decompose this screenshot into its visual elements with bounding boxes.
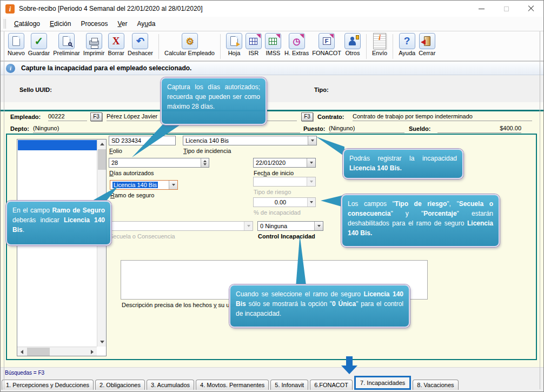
maximize-button[interactable]	[494, 1, 519, 17]
depto-label: Depto:	[10, 125, 29, 132]
toolbar-label: Calcular Empleado	[164, 50, 215, 56]
menu-ayuda[interactable]: Ayuda	[132, 18, 160, 30]
toolbar-button-envio[interactable]: i Envío	[372, 33, 387, 56]
close-button[interactable]	[519, 1, 543, 17]
toolbar-button-borrar[interactable]: X Borrar	[108, 33, 124, 56]
incapacidades-listbox[interactable]	[17, 139, 107, 356]
toolbar-button-h-extras[interactable]: ◷ H. Extras	[284, 33, 309, 56]
toolbar-separator	[220, 34, 221, 59]
chevron-down-icon[interactable]	[314, 222, 323, 230]
contrato-f3-button[interactable]: F3	[301, 112, 313, 121]
toolbar-label: Imprimir	[83, 50, 105, 56]
control-incapacidad-combobox[interactable]: 0 Ninguna	[257, 221, 323, 231]
tab-vacaciones[interactable]: 8. Vacaciones	[413, 380, 458, 390]
chevron-down-icon	[244, 222, 253, 230]
tab-movtos-permanentes[interactable]: 4. Movtos. Permanentes	[196, 380, 269, 390]
exit-door-icon	[419, 33, 435, 49]
scroll-right-button[interactable]	[88, 347, 97, 356]
tab-fonacot[interactable]: 6.FONACOT	[310, 380, 353, 390]
scroll-left-button[interactable]	[17, 347, 26, 356]
toolbar-button-imss[interactable]: IMSS	[265, 33, 281, 56]
minimize-button[interactable]	[469, 1, 494, 17]
chevron-down-icon[interactable]	[308, 136, 316, 145]
spinner-arrows-icon[interactable]	[201, 158, 209, 167]
toolbar-separator	[158, 34, 159, 59]
tab-percepciones-deducciones[interactable]: 1. Percepciones y Deducciones	[2, 380, 94, 390]
sueldo-label: Sueldo:	[409, 125, 430, 132]
toolbar-button-deshacer[interactable]: ↶ Deshacer	[128, 33, 153, 56]
fecha-inicio-label: Fecha de inicio	[254, 170, 294, 176]
imss-table-icon	[265, 33, 281, 49]
fonacot-icon: F	[319, 33, 335, 49]
toolbar-button-fonacot[interactable]: F FONACOT	[312, 33, 341, 56]
tab-acumulados[interactable]: 3. Acumulados	[147, 380, 194, 390]
toolbar-label: IMSS	[266, 50, 281, 56]
empleado-f3-button[interactable]: F3	[90, 112, 102, 121]
ramo-seguro-combobox[interactable]: Licencia 140 Bis	[110, 180, 178, 190]
spinner-arrows-icon	[307, 198, 315, 207]
toolbar-button-hoja[interactable]: Hoja	[226, 33, 242, 56]
chevron-down-icon[interactable]	[307, 158, 315, 167]
client-frame-right	[540, 31, 540, 389]
app-window: i Sobre-recibo [Periodo 4 Semanal del 22…	[0, 0, 544, 392]
title-bar: i Sobre-recibo [Periodo 4 Semanal del 22…	[1, 1, 543, 17]
toolbar-button-nuevo[interactable]: Nuevo	[8, 33, 25, 56]
selected-list-row[interactable]	[18, 140, 97, 150]
info-icon: i	[6, 64, 15, 73]
tab-obligaciones[interactable]: 2. Obligaciones	[95, 380, 145, 390]
send-document-icon: i	[373, 33, 386, 49]
folio-label: Folio	[109, 148, 122, 154]
menu-edicion[interactable]: Edición	[45, 18, 76, 30]
toolbar-label: H. Extras	[284, 50, 309, 56]
tab-incapacidades[interactable]: 7. Incapacidades	[354, 376, 411, 390]
toolbar-label: Ayuda	[399, 50, 415, 56]
toolbar-button-guardar[interactable]: ✓ Guardar	[28, 33, 50, 56]
toolbar-button-imprimir[interactable]: Imprimir	[83, 33, 105, 56]
pct-incapacidad-value: 0.00	[275, 199, 288, 205]
toolbar-label: Otros	[346, 50, 360, 56]
toolbar-label: Preliminar	[53, 50, 80, 56]
ramo-seguro-value: Licencia 140 Bis	[112, 182, 158, 188]
scroll-up-button[interactable]	[97, 139, 107, 149]
tipo-label: Tipo:	[314, 87, 329, 93]
tipo-riesgo-combobox	[253, 177, 316, 187]
toolbar-button-otros[interactable]: Otros	[344, 33, 361, 56]
tipo-incidencia-combobox[interactable]: Licencia 140 Bis	[183, 136, 317, 145]
fecha-inicio-datepicker[interactable]: 22/01/2020	[253, 158, 316, 168]
calculate-gears-icon: ⚙	[182, 33, 198, 49]
toolbar-label: Guardar	[28, 50, 50, 56]
toolbar-button-cerrar[interactable]: Cerrar	[419, 33, 435, 56]
save-check-icon: ✓	[31, 33, 47, 49]
horizontal-scroll-thumb[interactable]	[27, 348, 50, 356]
empleado-id-field[interactable]: 00222	[48, 113, 87, 121]
toolbar-label: ISR	[249, 50, 258, 56]
scroll-down-button[interactable]	[97, 337, 107, 347]
toolbar-button-isr[interactable]: ISR	[246, 33, 262, 56]
dias-autorizados-spinner[interactable]: 28	[109, 158, 209, 168]
maximize-icon	[504, 6, 509, 11]
minimize-icon	[479, 9, 485, 9]
pct-incapacidad-label: % de incapacidad	[254, 209, 301, 216]
toolbar-button-ayuda[interactable]: ? Ayuda	[399, 33, 415, 56]
menu-procesos[interactable]: Procesos	[76, 18, 112, 30]
vertical-scroll-thumb[interactable]	[98, 149, 106, 170]
pct-incapacidad-spinner: 0.00	[253, 197, 316, 207]
tooltip-registro: Podrás registrar la incapacidad Licencia…	[343, 149, 463, 179]
tab-infonavit[interactable]: 5. Infonavit	[270, 380, 308, 390]
horizontal-scrollbar[interactable]	[17, 347, 97, 356]
menu-catalogo[interactable]: Catálogo	[9, 18, 45, 30]
toolbar-button-calcular-empleado[interactable]: ⚙ Calcular Empleado	[164, 33, 215, 56]
toolbar-label: Borrar	[108, 50, 124, 56]
secuela-label: Secuela o Consecuencia	[109, 233, 175, 240]
menu-ver[interactable]: Ver	[112, 18, 132, 30]
toolbar-separator	[366, 34, 367, 59]
control-incapacidad-value: 0 Ninguna	[260, 223, 287, 229]
dias-autorizados-label: Días autorizados	[109, 170, 154, 176]
info-bar: i Capture la incapacidad para el emplead…	[1, 62, 543, 75]
toolbar-button-preliminar[interactable]: Preliminar	[53, 33, 80, 56]
fecha-inicio-value: 22/01/2020	[256, 160, 286, 166]
info-message: Capture la incapacidad para el empleado …	[21, 64, 191, 72]
chevron-down-icon[interactable]	[169, 181, 177, 189]
client-frame-left	[4, 31, 4, 389]
folio-input[interactable]: SD 233434	[109, 136, 176, 145]
